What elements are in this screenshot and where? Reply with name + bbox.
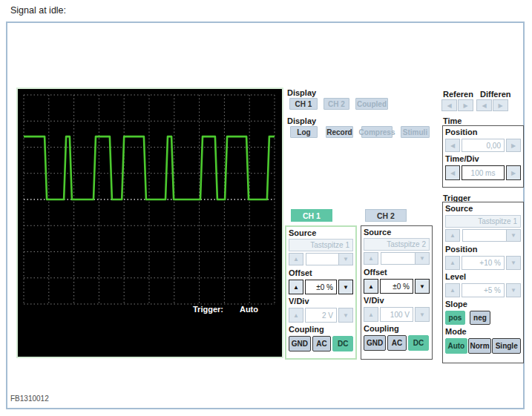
trigger-mode-label: Mode [445, 327, 521, 337]
difference-next-button[interactable]: ▶ [493, 99, 508, 111]
ch1-tab-button[interactable]: CH 1 [291, 209, 332, 222]
ch2-vdiv-value: 100 V [380, 307, 413, 322]
ch1-source-select[interactable]: ▼ [306, 253, 353, 265]
reference-next-button[interactable]: ▶ [458, 99, 473, 111]
display-coupled-button[interactable]: Coupled [355, 98, 388, 110]
slope-pos-button[interactable]: pos [445, 311, 465, 325]
stimuli-button[interactable]: Stimuli [401, 126, 430, 138]
slope-neg-button[interactable]: neg [470, 311, 490, 325]
arrow-down-icon: ▼ [343, 284, 349, 291]
ch1-source-up-button[interactable]: ▲ [289, 253, 303, 265]
ch2-source-select[interactable]: ▼ [381, 252, 430, 265]
ch2-gnd-button[interactable]: GND [364, 335, 386, 351]
ch1-offset-label: Offset [289, 268, 353, 278]
trigger-status-label: Trigger: [193, 305, 223, 314]
ch2-ac-button[interactable]: AC [387, 335, 407, 351]
time-position-row: ◀ 0,00 ▶ [445, 139, 521, 152]
scope-canvas [22, 93, 276, 306]
ch1-vdiv-up-button[interactable]: ▲ [289, 308, 303, 323]
ch1-panel: Source Tastspitze 1 ▲ ▼ Offset ▲ ±0 % ▼ … [285, 225, 357, 360]
ch2-tab-button[interactable]: CH 2 [365, 209, 407, 222]
time-position-label: Position [445, 128, 521, 137]
ch1-source-label: Source [289, 228, 353, 238]
arrow-up-icon: ▲ [450, 287, 456, 294]
ch1-vdiv-label: V/Div [289, 297, 353, 306]
time-div-value: 100 ms [462, 165, 505, 180]
time-position-decrement-button[interactable]: ◀ [445, 139, 460, 152]
trigger-position-value: +10 % [462, 256, 505, 270]
log-button[interactable]: Log [290, 126, 318, 138]
ch1-coupling-label: Coupling [289, 325, 353, 334]
ch1-gnd-button[interactable]: GND [289, 336, 311, 351]
dropdown-arrow[interactable]: ▼ [415, 253, 429, 264]
measurement-frame: Trigger: Auto Display CH 1 CH 2 Coupled … [6, 22, 525, 409]
arrow-down-icon: ▼ [419, 283, 425, 290]
ch2-source-up-button[interactable]: ▲ [364, 252, 378, 265]
dropdown-arrow[interactable]: ▼ [338, 254, 352, 265]
arrow-up-icon: ▲ [293, 284, 299, 291]
ch2-offset-down-button[interactable]: ▼ [415, 279, 430, 294]
time-position-increment-button[interactable]: ▶ [506, 139, 521, 152]
arrow-down-icon: ▼ [510, 260, 516, 266]
arrow-up-icon: ▲ [368, 311, 374, 318]
ch1-offset-down-button[interactable]: ▼ [338, 280, 353, 294]
arrow-up-icon: ▲ [293, 312, 299, 319]
mode-single-button[interactable]: Single [492, 338, 521, 354]
ch2-coupling-row: GND AC DC [364, 335, 430, 351]
ch2-dc-button[interactable]: DC [408, 335, 429, 351]
arrow-up-icon: ▲ [368, 283, 374, 290]
ch1-dc-button[interactable]: DC [332, 336, 353, 351]
trigger-source-select[interactable]: ▼ [462, 229, 521, 242]
arrow-up-icon: ▲ [450, 232, 456, 239]
oscilloscope-display: Trigger: Auto [16, 88, 283, 358]
page-title: Signal at idle: [10, 5, 66, 16]
arrow-up-icon: ▲ [368, 255, 374, 262]
display-channels-label: Display [287, 88, 316, 98]
mode-norm-button[interactable]: Norm [468, 338, 492, 354]
arrow-right-icon: ▶ [511, 142, 516, 149]
time-position-value: 0,00 [462, 139, 505, 152]
arrow-up-icon: ▲ [450, 260, 456, 266]
ch1-source-dropdown: ▲ ▼ [289, 253, 353, 265]
trigger-level-up-button[interactable]: ▲ [445, 283, 460, 297]
display-ch2-button[interactable]: CH 2 [324, 98, 349, 110]
trigger-position-down-button[interactable]: ▼ [506, 256, 521, 270]
arrow-left-icon: ◀ [482, 102, 486, 109]
ch2-offset-up-button[interactable]: ▲ [364, 279, 378, 294]
ch2-vdiv-down-button[interactable]: ▼ [415, 307, 430, 322]
trigger-level-down-button[interactable]: ▼ [506, 283, 521, 297]
trigger-source-field[interactable]: Tastspitze 1 [445, 215, 521, 228]
trigger-level-label: Level [445, 272, 521, 282]
arrow-down-icon: ▼ [510, 287, 516, 294]
time-div-increment-button[interactable]: ▶ [506, 165, 521, 180]
ch1-offset-up-button[interactable]: ▲ [289, 280, 303, 294]
ch1-source-field[interactable]: Tastspitze 1 [289, 239, 353, 251]
trigger-slope-row: pos neg [445, 311, 521, 325]
trigger-slope-label: Slope [445, 300, 521, 309]
reference-prev-button[interactable]: ◀ [441, 99, 457, 111]
trigger-position-up-button[interactable]: ▲ [445, 256, 460, 270]
ch2-vdiv-row: ▲ 100 V ▼ [364, 307, 430, 322]
arrow-down-icon: ▼ [419, 255, 425, 262]
ch2-source-field[interactable]: Tastspitze 2 [364, 238, 430, 251]
ch2-source-label: Source [364, 228, 430, 237]
ch1-coupling-row: GND AC DC [289, 336, 353, 351]
ch1-vdiv-down-button[interactable]: ▼ [338, 308, 353, 323]
arrow-down-icon: ▼ [343, 312, 349, 319]
trigger-position-label: Position [445, 245, 521, 254]
trigger-source-up-button[interactable]: ▲ [445, 229, 460, 242]
dropdown-arrow[interactable]: ▼ [506, 230, 520, 241]
time-div-row: ◀ 100 ms ▶ [445, 165, 521, 180]
display-ch1-button[interactable]: CH 1 [289, 98, 318, 110]
trigger-status-value: Auto [240, 305, 258, 314]
ch1-vdiv-value: 2 V [305, 308, 337, 323]
ch2-coupling-label: Coupling [364, 324, 430, 334]
arrow-down-icon: ▼ [343, 256, 349, 263]
compress-button[interactable]: Compress [361, 126, 393, 138]
mode-auto-button[interactable]: Auto [445, 338, 467, 354]
time-div-decrement-button[interactable]: ◀ [445, 165, 460, 180]
ch2-vdiv-up-button[interactable]: ▲ [364, 307, 378, 322]
record-button[interactable]: Record [326, 126, 353, 138]
ch1-ac-button[interactable]: AC [312, 336, 332, 351]
difference-prev-button[interactable]: ◀ [476, 99, 492, 111]
